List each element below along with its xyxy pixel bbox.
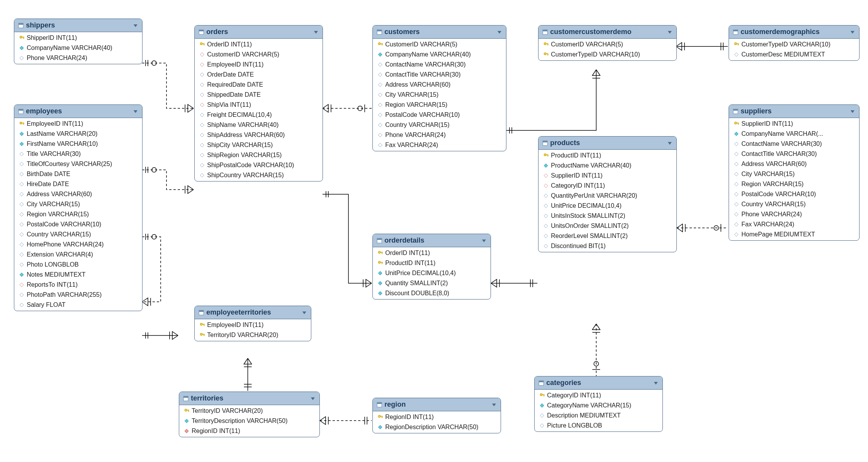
column-row[interactable]: CustomerID VARCHAR(5) — [539, 39, 676, 50]
column-row[interactable]: Country VARCHAR(15) — [373, 120, 506, 130]
column-row[interactable]: ContactTitle VARCHAR(30) — [373, 70, 506, 80]
column-row[interactable]: PhotoPath VARCHAR(255) — [14, 290, 142, 300]
table-header[interactable]: products — [539, 137, 676, 150]
column-row[interactable]: RequiredDate DATE — [195, 80, 322, 90]
column-row[interactable]: HomePhone VARCHAR(24) — [14, 240, 142, 250]
column-row[interactable]: LastName VARCHAR(20) — [14, 129, 142, 139]
column-row[interactable]: Country VARCHAR(15) — [729, 199, 859, 209]
column-row[interactable]: TerritoryID VARCHAR(20) — [195, 330, 311, 340]
column-row[interactable]: UnitPrice DECIMAL(10,4) — [539, 201, 676, 211]
column-row[interactable]: PostalCode VARCHAR(10) — [373, 110, 506, 120]
column-row[interactable]: City VARCHAR(15) — [373, 90, 506, 100]
column-row[interactable]: Quantity SMALLINT(2) — [373, 278, 491, 288]
collapse-icon[interactable] — [491, 402, 497, 407]
column-row[interactable]: HomePage MEDIUMTEXT — [729, 229, 859, 240]
table-header[interactable]: employees — [14, 105, 142, 118]
table-header[interactable]: orderdetails — [373, 234, 491, 247]
column-row[interactable]: RegionDescription VARCHAR(50) — [373, 422, 501, 432]
table-orderdetails[interactable]: orderdetails OrderID INT(11)ProductID IN… — [372, 234, 491, 299]
column-row[interactable]: RegionID INT(11) — [179, 426, 319, 436]
column-row[interactable]: CustomerID VARCHAR(5) — [373, 39, 506, 50]
column-row[interactable]: SupplierID INT(11) — [539, 171, 676, 181]
collapse-icon[interactable] — [850, 29, 855, 35]
collapse-icon[interactable] — [481, 238, 487, 243]
table-header[interactable]: orders — [195, 26, 322, 39]
table-employeeterritories[interactable]: employeeterritories EmployeeID INT(11)Te… — [194, 306, 311, 341]
column-row[interactable]: ShipRegion VARCHAR(15) — [195, 150, 322, 160]
table-products[interactable]: products ProductID INT(11)ProductName VA… — [538, 136, 677, 252]
column-row[interactable]: Photo LONGBLOB — [14, 260, 142, 270]
column-row[interactable]: PostalCode VARCHAR(10) — [14, 219, 142, 229]
table-customers[interactable]: customers CustomerID VARCHAR(5)CompanyNa… — [372, 25, 506, 151]
column-row[interactable]: ShipCity VARCHAR(15) — [195, 140, 322, 150]
column-row[interactable]: CompanyName VARCHAR(40) — [373, 50, 506, 60]
collapse-icon[interactable] — [653, 380, 659, 386]
column-row[interactable]: PostalCode VARCHAR(10) — [729, 189, 859, 199]
column-row[interactable]: ContactName VARCHAR(30) — [373, 60, 506, 70]
column-row[interactable]: Fax VARCHAR(24) — [373, 140, 506, 150]
column-row[interactable]: TitleOfCourtesy VARCHAR(25) — [14, 159, 142, 169]
column-row[interactable]: Region VARCHAR(15) — [14, 209, 142, 219]
column-row[interactable]: CategoryID INT(11) — [539, 181, 676, 191]
column-row[interactable]: TerritoryDescription VARCHAR(50) — [179, 416, 319, 426]
column-row[interactable]: Address VARCHAR(60) — [729, 159, 859, 169]
table-territories[interactable]: territories TerritoryID VARCHAR(20)Terri… — [179, 392, 320, 437]
column-row[interactable]: CustomerTypeID VARCHAR(10) — [729, 39, 859, 50]
column-row[interactable]: ContactTitle VARCHAR(30) — [729, 149, 859, 159]
column-row[interactable]: Country VARCHAR(15) — [14, 229, 142, 240]
column-row[interactable]: ContactName VARCHAR(30) — [729, 139, 859, 149]
column-row[interactable]: Address VARCHAR(60) — [14, 189, 142, 199]
column-row[interactable]: UnitPrice DECIMAL(10,4) — [373, 268, 491, 278]
column-row[interactable]: Fax VARCHAR(24) — [729, 219, 859, 229]
column-row[interactable]: EmployeeID INT(11) — [195, 60, 322, 70]
column-row[interactable]: EmployeeID INT(11) — [195, 320, 311, 330]
column-row[interactable]: ProductName VARCHAR(40) — [539, 161, 676, 171]
table-employees[interactable]: employees EmployeeID INT(11)LastName VAR… — [14, 104, 142, 311]
table-orders[interactable]: orders OrderID INT(11)CustomerID VARCHAR… — [194, 25, 323, 181]
collapse-icon[interactable] — [850, 109, 855, 114]
column-row[interactable]: Extension VARCHAR(4) — [14, 250, 142, 260]
column-row[interactable]: ShipPostalCode VARCHAR(10) — [195, 160, 322, 170]
column-row[interactable]: Salary FLOAT — [14, 300, 142, 310]
column-row[interactable]: Discontinued BIT(1) — [539, 241, 676, 251]
table-header[interactable]: region — [373, 398, 501, 411]
column-row[interactable]: UnitsInStock SMALLINT(2) — [539, 211, 676, 221]
collapse-icon[interactable] — [302, 310, 307, 315]
collapse-icon[interactable] — [310, 396, 316, 401]
table-suppliers[interactable]: suppliers SupplierID INT(11)CompanyName … — [729, 104, 859, 241]
column-row[interactable]: ReorderLevel SMALLINT(2) — [539, 231, 676, 241]
table-header[interactable]: employeeterritories — [195, 306, 311, 319]
column-row[interactable]: CustomerID VARCHAR(5) — [195, 50, 322, 60]
collapse-icon[interactable] — [133, 109, 138, 114]
collapse-icon[interactable] — [313, 29, 319, 35]
column-row[interactable]: CustomerDesc MEDIUMTEXT — [729, 50, 859, 60]
column-row[interactable]: City VARCHAR(15) — [729, 169, 859, 179]
column-row[interactable]: EmployeeID INT(11) — [14, 119, 142, 129]
column-row[interactable]: Address VARCHAR(60) — [373, 80, 506, 90]
table-header[interactable]: customercustomerdemo — [539, 26, 676, 39]
column-row[interactable]: UnitsOnOrder SMALLINT(2) — [539, 221, 676, 231]
table-categories[interactable]: categories CategoryID INT(11)CategoryNam… — [534, 376, 663, 432]
column-row[interactable]: OrderID INT(11) — [373, 248, 491, 258]
column-row[interactable]: RegionID INT(11) — [373, 412, 501, 422]
column-row[interactable]: ShipName VARCHAR(40) — [195, 120, 322, 130]
table-header[interactable]: customers — [373, 26, 506, 39]
column-row[interactable]: City VARCHAR(15) — [14, 199, 142, 209]
column-row[interactable]: ShipVia INT(11) — [195, 100, 322, 110]
column-row[interactable]: OrderDate DATE — [195, 70, 322, 80]
column-row[interactable]: ShippedDate DATE — [195, 90, 322, 100]
column-row[interactable]: Title VARCHAR(30) — [14, 149, 142, 159]
column-row[interactable]: FirstName VARCHAR(10) — [14, 139, 142, 149]
column-row[interactable]: OrderID INT(11) — [195, 39, 322, 50]
column-row[interactable]: CustomerTypeID VARCHAR(10) — [539, 50, 676, 60]
column-row[interactable]: BirthDate DATE — [14, 169, 142, 179]
column-row[interactable]: Phone VARCHAR(24) — [14, 53, 142, 63]
table-customercustomerdemo[interactable]: customercustomerdemo CustomerID VARCHAR(… — [538, 25, 677, 61]
collapse-icon[interactable] — [667, 140, 672, 146]
table-header[interactable]: shippers — [14, 19, 142, 32]
column-row[interactable]: CompanyName VARCHAR(40) — [14, 43, 142, 53]
column-row[interactable]: ShipAddress VARCHAR(60) — [195, 130, 322, 140]
column-row[interactable]: CompanyName VARCHAR(... — [729, 129, 859, 139]
table-header[interactable]: customerdemographics — [729, 26, 859, 39]
table-customerdemographics[interactable]: customerdemographics CustomerTypeID VARC… — [729, 25, 859, 61]
